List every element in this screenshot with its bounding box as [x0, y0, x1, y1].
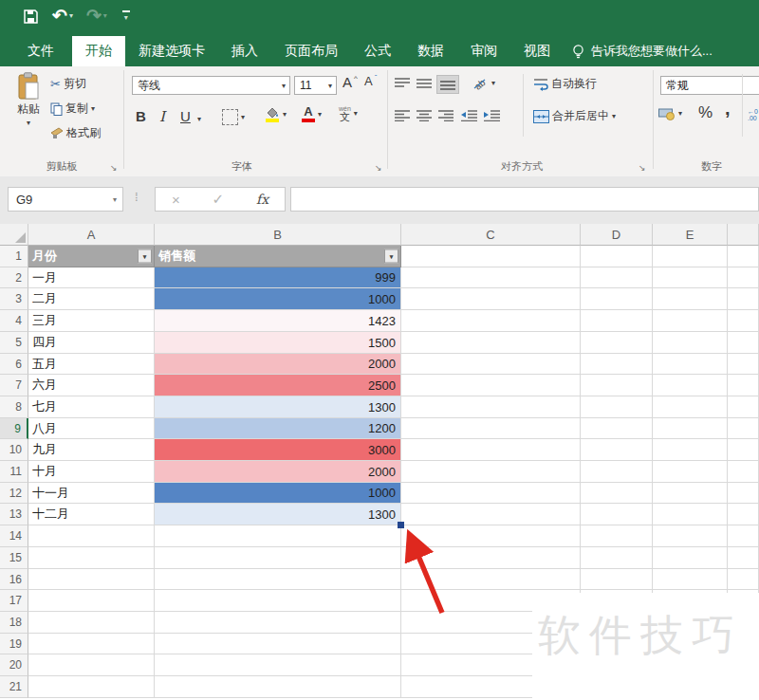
cell-month-row6[interactable]: 五月: [28, 354, 155, 375]
empty-cell[interactable]: [28, 612, 155, 634]
phonetic-guide-button[interactable]: wén 文 ▾: [339, 105, 358, 120]
percent-style-button[interactable]: %: [698, 103, 713, 122]
empty-cell[interactable]: [728, 418, 759, 439]
font-dialog-launcher[interactable]: ↘: [375, 164, 382, 173]
cell-month-row10[interactable]: 九月: [28, 439, 155, 461]
cell-sales-row6[interactable]: 2000: [155, 354, 401, 375]
accounting-format-button[interactable]: ▾: [658, 106, 682, 120]
empty-cell[interactable]: [581, 310, 653, 332]
cell-sales-row4[interactable]: 1423: [155, 310, 401, 332]
empty-cell[interactable]: [581, 332, 653, 354]
bottom-align-button[interactable]: [436, 75, 459, 94]
formula-input[interactable]: [290, 187, 759, 212]
empty-cell[interactable]: [401, 461, 581, 483]
empty-cell[interactable]: [581, 439, 653, 461]
tab-home[interactable]: 开始: [72, 36, 125, 66]
decrease-indent-button[interactable]: [461, 110, 477, 121]
accounting-dropdown-arrow[interactable]: ▾: [678, 109, 682, 118]
empty-cell[interactable]: [653, 375, 728, 396]
empty-cell[interactable]: [401, 310, 581, 332]
column-header-E[interactable]: E: [653, 224, 728, 246]
empty-cell[interactable]: [581, 547, 653, 569]
top-align-button[interactable]: [395, 78, 410, 89]
table-header-sales[interactable]: 销售额▾: [155, 246, 401, 267]
empty-cell[interactable]: [155, 654, 401, 676]
row-header-17[interactable]: 17: [0, 590, 28, 612]
column-header-D[interactable]: D: [581, 224, 653, 246]
empty-cell[interactable]: [653, 418, 728, 439]
empty-cell[interactable]: [728, 504, 759, 525]
column-header-A[interactable]: A: [28, 224, 155, 246]
empty-cell[interactable]: [401, 246, 581, 267]
decrease-font-size-button[interactable]: Aˇ: [364, 74, 377, 88]
empty-cell[interactable]: [401, 354, 581, 375]
empty-cell[interactable]: [728, 246, 759, 267]
font-name-dropdown-arrow[interactable]: ▾: [277, 82, 289, 90]
column-header-B[interactable]: B: [155, 224, 401, 246]
empty-cell[interactable]: [28, 547, 155, 569]
row-header-13[interactable]: 13: [0, 504, 28, 525]
cell-sales-row5[interactable]: 1500: [155, 332, 401, 354]
format-painter-button[interactable]: 格式刷: [50, 125, 101, 141]
empty-cell[interactable]: [581, 461, 653, 483]
font-size-dropdown-arrow[interactable]: ▾: [324, 82, 336, 90]
empty-cell[interactable]: [401, 569, 581, 590]
wrap-text-button[interactable]: 自动换行: [533, 76, 597, 92]
row-header-7[interactable]: 7: [0, 375, 28, 396]
empty-cell[interactable]: [401, 332, 581, 354]
row-header-5[interactable]: 5: [0, 332, 28, 354]
empty-cell[interactable]: [401, 483, 581, 504]
row-header-21[interactable]: 21: [0, 676, 28, 698]
undo-dropdown-arrow[interactable]: ▾: [69, 12, 73, 20]
save-button[interactable]: [23, 9, 39, 25]
name-box-dropdown-arrow[interactable]: ▾: [113, 195, 122, 204]
cell-sales-row7[interactable]: 2500: [155, 375, 401, 396]
empty-cell[interactable]: [728, 310, 759, 332]
copy-dropdown-arrow[interactable]: ▾: [91, 104, 95, 113]
name-box[interactable]: G9 ▾: [8, 187, 123, 212]
borders-dropdown-arrow[interactable]: ▾: [241, 113, 245, 121]
empty-cell[interactable]: [653, 483, 728, 504]
copy-button[interactable]: 复制 ▾: [50, 101, 95, 117]
empty-cell[interactable]: [401, 439, 581, 461]
tab-view[interactable]: 视图: [510, 36, 564, 66]
cell-sales-row2[interactable]: 999: [155, 267, 401, 288]
empty-cell[interactable]: [28, 525, 155, 547]
cell-month-row4[interactable]: 三月: [28, 310, 155, 332]
tab-insert[interactable]: 插入: [218, 36, 271, 66]
cell-month-row9[interactable]: 八月: [28, 418, 155, 439]
empty-cell[interactable]: [728, 288, 759, 310]
row-header-4[interactable]: 4: [0, 310, 28, 332]
clipboard-dialog-launcher[interactable]: ↘: [110, 164, 118, 173]
empty-cell[interactable]: [155, 590, 401, 612]
increase-font-size-button[interactable]: A^: [342, 74, 358, 90]
increase-decimal-button[interactable]: ←0 .00: [748, 108, 759, 121]
tell-me-box[interactable]: 告诉我您想要做什么...: [571, 36, 713, 66]
row-header-16[interactable]: 16: [0, 569, 28, 590]
row-header-19[interactable]: 19: [0, 634, 28, 654]
empty-cell[interactable]: [401, 375, 581, 396]
empty-cell[interactable]: [653, 461, 728, 483]
cancel-icon[interactable]: ×: [172, 192, 180, 208]
filter-button-month[interactable]: ▾: [138, 249, 152, 264]
column-header-partial[interactable]: [728, 224, 759, 246]
row-header-14[interactable]: 14: [0, 525, 28, 547]
cell-month-row5[interactable]: 四月: [28, 332, 155, 354]
empty-cell[interactable]: [653, 504, 728, 525]
row-header-10[interactable]: 10: [0, 439, 28, 461]
empty-cell[interactable]: [728, 267, 759, 288]
empty-cell[interactable]: [653, 246, 728, 267]
filter-button-sales[interactable]: ▾: [384, 249, 398, 264]
font-color-dropdown-arrow[interactable]: ▾: [318, 110, 322, 119]
empty-cell[interactable]: [728, 354, 759, 375]
empty-cell[interactable]: [728, 439, 759, 461]
empty-cell[interactable]: [728, 461, 759, 483]
empty-cell[interactable]: [581, 375, 653, 396]
tab-new-tab[interactable]: 新建选项卡: [125, 36, 218, 66]
row-header-8[interactable]: 8: [0, 396, 28, 418]
row-header-2[interactable]: 2: [0, 267, 28, 288]
fill-color-dropdown-arrow[interactable]: ▾: [283, 110, 287, 119]
row-header-6[interactable]: 6: [0, 354, 28, 375]
empty-cell[interactable]: [728, 332, 759, 354]
empty-cell[interactable]: [653, 547, 728, 569]
